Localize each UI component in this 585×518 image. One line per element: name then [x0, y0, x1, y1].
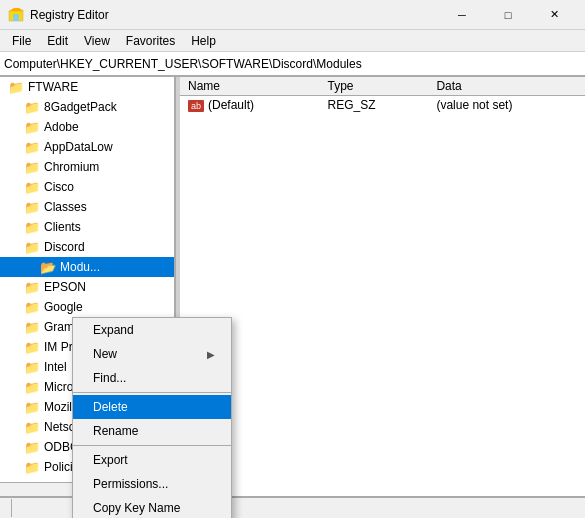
ctx-item-label: Permissions... — [93, 477, 168, 491]
ctx-item-label: Find... — [93, 371, 126, 385]
menu-item-help[interactable]: Help — [183, 32, 224, 50]
main-content: 📁FTWARE📁8GadgetPack📁Adobe📁AppDataLow📁Chr… — [0, 76, 585, 496]
folder-icon: 📁 — [24, 220, 40, 235]
tree-item-label: Modu... — [60, 260, 100, 274]
folder-icon: 📁 — [24, 320, 40, 335]
ctx-item-label: Expand — [93, 323, 134, 337]
context-menu: ExpandNew▶Find...DeleteRenameExportPermi… — [72, 317, 232, 518]
reg-value-icon: ab — [188, 100, 204, 112]
folder-icon: 📁 — [24, 420, 40, 435]
ctx-item-expand[interactable]: Expand — [73, 318, 231, 342]
maximize-button[interactable]: □ — [485, 0, 531, 30]
folder-icon: 📁 — [24, 200, 40, 215]
ctx-item-label: New — [93, 347, 117, 361]
title-bar-controls: ─ □ ✕ — [439, 0, 577, 30]
cell-type: REG_SZ — [320, 96, 429, 115]
tree-item-label: EPSON — [44, 280, 86, 294]
cell-name: ab(Default) — [180, 96, 320, 115]
col-type: Type — [320, 77, 429, 96]
tree-item-4[interactable]: 📁Chromium — [0, 157, 174, 177]
table-row[interactable]: ab(Default)REG_SZ(value not set) — [180, 96, 585, 115]
folder-icon: 📁 — [24, 280, 40, 295]
title-bar: Registry Editor ─ □ ✕ — [0, 0, 585, 30]
folder-icon: 📁 — [24, 120, 40, 135]
menu-bar: FileEditViewFavoritesHelp — [0, 30, 585, 52]
tree-item-7[interactable]: 📁Clients — [0, 217, 174, 237]
tree-item-label: Adobe — [44, 120, 79, 134]
svg-rect-2 — [13, 14, 19, 21]
ctx-item-label: Delete — [93, 400, 128, 414]
tree-item-label: Google — [44, 300, 83, 314]
folder-icon: 📁 — [24, 100, 40, 115]
ctx-separator-export — [73, 445, 231, 446]
folder-icon: 📁 — [24, 380, 40, 395]
address-bar: Computer\HKEY_CURRENT_USER\SOFTWARE\Disc… — [0, 52, 585, 76]
tree-item-2[interactable]: 📁Adobe — [0, 117, 174, 137]
cell-data: (value not set) — [428, 96, 585, 115]
right-panel[interactable]: Name Type Data ab(Default)REG_SZ(value n… — [180, 77, 585, 496]
col-data: Data — [428, 77, 585, 96]
tree-item-11[interactable]: 📁Google — [0, 297, 174, 317]
app-icon — [8, 7, 24, 23]
tree-item-label: AppDataLow — [44, 140, 113, 154]
tree-item-1[interactable]: 📁8GadgetPack — [0, 97, 174, 117]
folder-icon: 📁 — [8, 80, 24, 95]
ctx-item-label: Rename — [93, 424, 138, 438]
ctx-item-export[interactable]: Export — [73, 448, 231, 472]
ctx-item-permissions[interactable]: Permissions... — [73, 472, 231, 496]
menu-item-favorites[interactable]: Favorites — [118, 32, 183, 50]
folder-icon: 📂 — [40, 260, 56, 275]
tree-item-3[interactable]: 📁AppDataLow — [0, 137, 174, 157]
folder-icon: 📁 — [24, 140, 40, 155]
tree-item-label: Chromium — [44, 160, 99, 174]
menu-item-file[interactable]: File — [4, 32, 39, 50]
tree-item-label: Classes — [44, 200, 87, 214]
address-path: Computer\HKEY_CURRENT_USER\SOFTWARE\Disc… — [4, 57, 362, 71]
ctx-item-rename[interactable]: Rename — [73, 419, 231, 443]
menu-item-edit[interactable]: Edit — [39, 32, 76, 50]
minimize-button[interactable]: ─ — [439, 0, 485, 30]
ctx-item-new[interactable]: New▶ — [73, 342, 231, 366]
title-bar-left: Registry Editor — [8, 7, 109, 23]
folder-icon: 📁 — [24, 160, 40, 175]
ctx-item-find[interactable]: Find... — [73, 366, 231, 390]
ctx-item-label: Export — [93, 453, 128, 467]
status-grip — [4, 499, 12, 517]
folder-icon: 📁 — [24, 360, 40, 375]
folder-icon: 📁 — [24, 440, 40, 455]
tree-item-label: FTWARE — [28, 80, 78, 94]
app-title: Registry Editor — [30, 8, 109, 22]
tree-item-5[interactable]: 📁Cisco — [0, 177, 174, 197]
ctx-item-delete[interactable]: Delete — [73, 395, 231, 419]
tree-item-label: Discord — [44, 240, 85, 254]
folder-icon: 📁 — [24, 180, 40, 195]
folder-icon: 📁 — [24, 300, 40, 315]
tree-item-label: 8GadgetPack — [44, 100, 117, 114]
registry-table: Name Type Data ab(Default)REG_SZ(value n… — [180, 77, 585, 115]
tree-item-6[interactable]: 📁Classes — [0, 197, 174, 217]
folder-icon: 📁 — [24, 240, 40, 255]
ctx-item-label: Copy Key Name — [93, 501, 180, 515]
ctx-arrow-icon: ▶ — [207, 349, 215, 360]
svg-marker-1 — [9, 8, 24, 11]
close-button[interactable]: ✕ — [531, 0, 577, 30]
tree-item-0[interactable]: 📁FTWARE — [0, 77, 174, 97]
col-name: Name — [180, 77, 320, 96]
tree-item-label: Clients — [44, 220, 81, 234]
ctx-separator-3 — [73, 392, 231, 393]
menu-item-view[interactable]: View — [76, 32, 118, 50]
tree-item-label: Cisco — [44, 180, 74, 194]
tree-item-9[interactable]: 📂Modu... — [0, 257, 174, 277]
tree-item-8[interactable]: 📁Discord — [0, 237, 174, 257]
tree-item-10[interactable]: 📁EPSON — [0, 277, 174, 297]
folder-icon: 📁 — [24, 400, 40, 415]
tree-item-label: Intel — [44, 360, 67, 374]
folder-icon: 📁 — [24, 340, 40, 355]
folder-icon: 📁 — [24, 460, 40, 475]
ctx-item-copy-key-name[interactable]: Copy Key Name — [73, 496, 231, 518]
